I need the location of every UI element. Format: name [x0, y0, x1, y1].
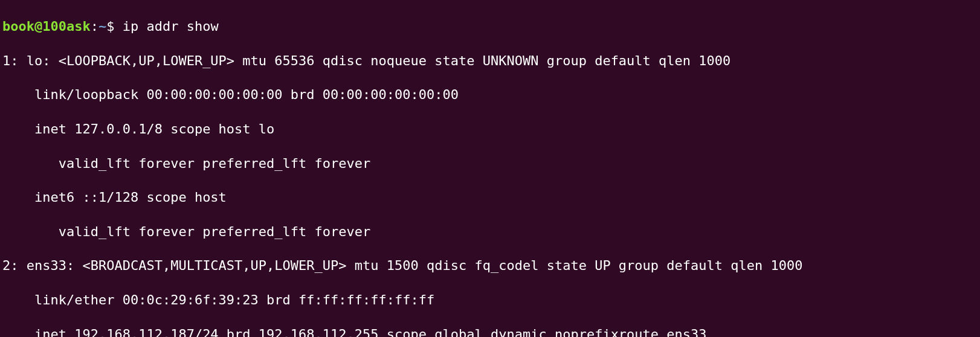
output-line: 2: ens33: <BROADCAST,MULTICAST,UP,LOWER_…	[2, 257, 978, 274]
output-line: inet6 ::1/128 scope host	[2, 189, 978, 206]
output-line: 1: lo: <LOOPBACK,UP,LOWER_UP> mtu 65536 …	[2, 53, 978, 69]
prompt-dollar: $	[106, 19, 114, 34]
output-line: link/ether 00:0c:29:6f:39:23 brd ff:ff:f…	[2, 292, 978, 309]
output-line: inet 192.168.112.187/24 brd 192.168.112.…	[2, 326, 978, 337]
output-line: inet 127.0.0.1/8 scope host lo	[2, 121, 978, 138]
prompt-sep: :	[91, 19, 98, 34]
command-line: book@100ask:~$ ip addr show	[2, 18, 978, 35]
prompt-user-host: book@100ask	[2, 19, 91, 34]
typed-command	[114, 19, 122, 34]
output-line: link/loopback 00:00:00:00:00:00 brd 00:0…	[2, 86, 978, 103]
output-line: valid_lft forever preferred_lft forever	[2, 223, 978, 240]
output-line: valid_lft forever preferred_lft forever	[2, 155, 978, 172]
prompt-path: ~	[98, 19, 106, 34]
terminal[interactable]: book@100ask:~$ ip addr show 1: lo: <LOOP…	[0, 0, 980, 337]
typed-command-text: ip addr show	[123, 19, 219, 34]
